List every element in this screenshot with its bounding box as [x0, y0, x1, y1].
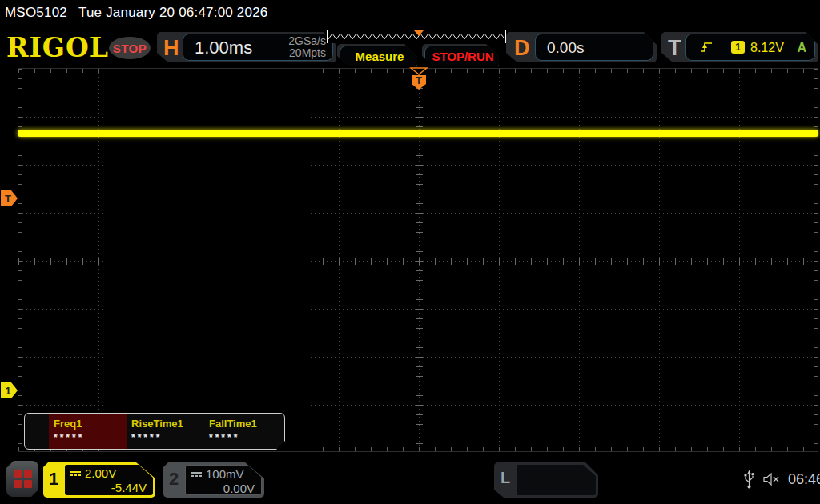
logic-channel-list: 0 1 2 3 4 5 6 7 8 9 10 11 12 13 14 15	[517, 465, 596, 495]
trigger-label: T	[668, 36, 681, 61]
channel2-badge[interactable]: 2 100mV 0.00V	[163, 462, 264, 498]
channel1-offset-marker-label: 1	[5, 385, 10, 397]
measure-button-label: Measure	[340, 46, 420, 67]
channel1-settings: 2.00V -5.44V	[65, 465, 153, 495]
measurement-freq1[interactable]: Freq1 *****	[49, 414, 127, 449]
delay-box: 0.00s	[535, 34, 653, 61]
trigger-level-value: 8.12V	[750, 41, 784, 55]
menu-grid-icon	[14, 470, 32, 488]
memory-depth: 20Mpts	[288, 47, 326, 59]
rising-edge-trigger-icon	[699, 41, 713, 54]
measurement-label: FallTime1	[209, 418, 277, 430]
measurement-risetime1[interactable]: RiseTime1 *****	[127, 414, 204, 449]
measure-button[interactable]: Measure	[337, 44, 417, 66]
trigger-level-marker[interactable]: T	[1, 190, 18, 206]
dc-coupling-icon	[70, 471, 81, 476]
measurement-panel: Freq1 ***** RiseTime1 ***** FallTime1 **…	[24, 413, 285, 450]
trigger-level-marker-label: T	[5, 193, 11, 205]
timebase-value: 1.00ms	[195, 38, 252, 58]
run-state-badge[interactable]: STOP	[109, 37, 151, 59]
trigger-position-marker-label: T	[416, 74, 422, 86]
stop-run-button[interactable]: STOP/RUN	[422, 44, 499, 66]
status-bar: MSO5102Tue January 20 06:47:00 2026	[5, 5, 268, 21]
channel1-badge[interactable]: 1 2.00V -5.44V	[43, 462, 155, 498]
speaker-muted-icon	[762, 471, 782, 487]
channel2-offset: 0.00V	[191, 482, 255, 495]
datetime-label: Tue January 20 06:47:00 2026	[78, 5, 268, 20]
waveform-overview-strip[interactable]	[327, 30, 506, 43]
system-clock: 06:46	[788, 471, 820, 488]
graticule	[18, 68, 818, 452]
horizontal-settings-badge[interactable]: H 1.00ms 2GSa/s 20Mpts	[157, 32, 336, 62]
trigger-badge[interactable]: T 1 8.12V A	[661, 32, 818, 62]
delay-badge[interactable]: D 0.00s	[506, 32, 657, 62]
stop-run-button-label: STOP/RUN	[424, 46, 501, 67]
delay-label: D	[514, 36, 530, 61]
delay-value: 0.00s	[547, 39, 584, 57]
measurement-falltime1[interactable]: FallTime1 *****	[204, 414, 282, 449]
dc-coupling-icon	[191, 472, 202, 477]
horizontal-label: H	[163, 36, 179, 61]
channel1-offset: -5.44V	[70, 481, 147, 494]
sample-rate: 2GSa/s	[288, 35, 326, 47]
rigol-logo: RIGOL	[6, 32, 109, 63]
measurement-label: Freq1	[54, 418, 122, 430]
logic-label: L	[500, 469, 510, 487]
channel2-scale: 100mV	[206, 467, 244, 481]
acquisition-info: 2GSa/s 20Mpts	[288, 35, 326, 59]
oscilloscope-screen: MSO5102Tue January 20 06:47:00 2026 RIGO…	[0, 0, 820, 504]
model-label: MSO5102	[5, 5, 67, 20]
channel1-scale: 2.00V	[85, 466, 116, 480]
trigger-box: 1 8.12V A	[685, 34, 815, 61]
measurement-value: *****	[209, 432, 277, 443]
menu-grid-button[interactable]	[6, 461, 38, 497]
channel2-settings: 100mV 0.00V	[185, 465, 262, 495]
channel1-offset-marker[interactable]: 1	[1, 382, 18, 398]
trigger-source-badge: 1	[731, 41, 745, 54]
logic-channels-badge[interactable]: L 0 1 2 3 4 5 6 7 8 9 10 11 12 13 14 15	[494, 462, 598, 498]
channel1-number: 1	[49, 469, 58, 490]
channel2-number: 2	[169, 469, 179, 490]
usb-icon	[743, 469, 755, 490]
measurement-value: *****	[54, 432, 122, 443]
timebase-box: 1.00ms 2GSa/s 20Mpts	[183, 34, 333, 61]
channel1-trace	[18, 130, 818, 137]
trigger-mode-indicator: A	[797, 41, 806, 55]
measurement-label: RiseTime1	[131, 418, 199, 430]
overview-position-marker-icon[interactable]	[414, 30, 424, 36]
trigger-position-marker[interactable]: T	[409, 67, 428, 91]
center-horizontal-axis	[18, 258, 818, 265]
measurement-value: *****	[131, 432, 199, 443]
logic-row-1: 0 1 2 3 4 5 6 7	[526, 494, 596, 504]
